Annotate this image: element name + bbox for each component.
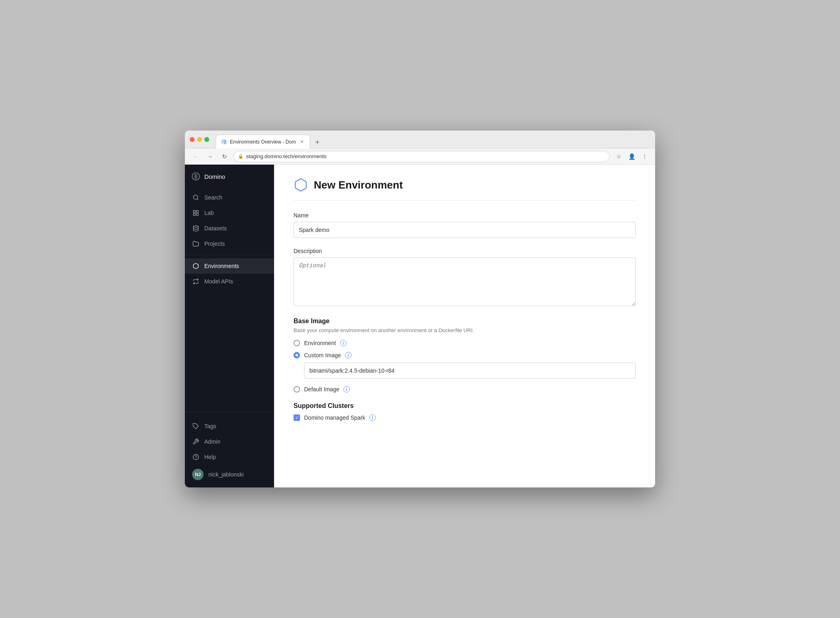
environment-info-icon[interactable]: i: [340, 340, 347, 346]
user-avatar: NJ: [192, 469, 204, 480]
svg-rect-5: [193, 213, 195, 215]
sidebar-username: nick_jablonski: [208, 471, 244, 478]
admin-icon: [192, 438, 199, 445]
page-title: New Environment: [314, 179, 403, 191]
name-label: Name: [294, 212, 636, 219]
radio-custom-image-label: Custom Image: [304, 352, 341, 358]
custom-image-info-icon[interactable]: i: [345, 352, 351, 358]
tags-icon: [192, 423, 199, 430]
browser-tab[interactable]: Environments Overview - Dom ✕: [216, 135, 310, 148]
radio-item-environment[interactable]: Environment i: [294, 340, 636, 346]
search-icon: [192, 194, 199, 201]
tab-favicon: [221, 139, 227, 145]
name-input[interactable]: [294, 222, 636, 238]
svg-point-7: [193, 225, 198, 227]
radio-group-base-image: Environment i Custom Image i: [294, 340, 636, 393]
traffic-lights: [190, 137, 209, 142]
radio-environment[interactable]: [294, 340, 300, 346]
sidebar-item-label: Help: [204, 454, 216, 460]
svg-line-2: [197, 199, 198, 200]
checkbox-domino-spark[interactable]: ✓: [294, 414, 300, 421]
sidebar-logo-text: Domino: [204, 173, 225, 180]
model-apis-icon: [192, 278, 199, 285]
sidebar-item-label: Tags: [204, 423, 216, 429]
default-image-info-icon[interactable]: i: [343, 386, 350, 393]
sidebar-item-lab[interactable]: Lab: [185, 205, 274, 221]
supported-clusters-title: Supported Clusters: [294, 402, 636, 410]
svg-rect-4: [196, 210, 198, 212]
minimize-window-button[interactable]: [197, 137, 202, 142]
close-window-button[interactable]: [190, 137, 195, 142]
svg-point-1: [193, 195, 198, 200]
radio-default-image[interactable]: [294, 386, 300, 393]
sidebar-item-help[interactable]: Help: [185, 449, 274, 465]
maximize-window-button[interactable]: [204, 137, 209, 142]
sidebar-item-datasets[interactable]: Datasets: [185, 221, 274, 236]
name-form-group: Name: [294, 212, 636, 238]
radio-item-custom-image[interactable]: Custom Image i: [294, 352, 636, 358]
user-profile-button[interactable]: 👤: [626, 151, 637, 162]
page-header: New Environment: [294, 178, 636, 201]
domino-logo-icon: [191, 172, 200, 181]
sidebar-nav: Search Lab: [185, 188, 274, 408]
sidebar-logo[interactable]: Domino: [185, 165, 274, 188]
projects-icon: [192, 240, 199, 247]
menu-button[interactable]: ⋮: [639, 151, 650, 162]
tab-close-button[interactable]: ✕: [299, 139, 305, 145]
sidebar-item-label: Environments: [204, 263, 239, 269]
description-label: Description: [294, 248, 636, 254]
sidebar-item-projects[interactable]: Projects: [185, 236, 274, 251]
custom-image-input[interactable]: [304, 363, 636, 379]
sidebar-bottom: Tags Admin: [185, 415, 274, 487]
page-content: New Environment Name Description Base Im…: [274, 165, 655, 487]
environments-icon: [192, 262, 199, 270]
sidebar-item-label: Lab: [204, 210, 214, 216]
datasets-icon: [192, 225, 199, 232]
address-bar[interactable]: 🔒 staging.domino.tech/environments: [234, 151, 610, 162]
checkmark-icon: ✓: [295, 416, 299, 420]
radio-custom-image[interactable]: [294, 352, 300, 358]
sidebar-item-model-apis[interactable]: Model APIs: [185, 274, 274, 289]
radio-default-image-label: Default Image: [304, 386, 339, 393]
custom-image-input-wrapper: [304, 363, 636, 379]
sidebar-divider: [185, 255, 274, 255]
sidebar-item-user[interactable]: NJ nick_jablonski: [185, 465, 274, 484]
description-form-group: Description: [294, 248, 636, 308]
sidebar-item-tags[interactable]: Tags: [185, 418, 274, 434]
sidebar-item-label: Projects: [204, 240, 225, 247]
tabs-area: Environments Overview - Dom ✕ +: [216, 131, 650, 148]
sidebar: Domino Search: [185, 165, 274, 487]
sidebar-item-environments[interactable]: Environments: [185, 258, 274, 274]
help-icon: [192, 453, 199, 461]
title-bar: Environments Overview - Dom ✕ +: [185, 131, 655, 148]
tab-title: Environments Overview - Dom: [230, 139, 296, 145]
supported-clusters-section: Supported Clusters ✓ Domino managed Spar…: [294, 402, 636, 421]
sidebar-divider-bottom: [185, 412, 274, 412]
svg-rect-3: [193, 210, 195, 212]
browser-window: Environments Overview - Dom ✕ + ← → ↻ 🔒 …: [185, 131, 655, 487]
domino-spark-info-icon[interactable]: i: [369, 414, 376, 421]
sidebar-item-search[interactable]: Search: [185, 190, 274, 205]
nav-actions: ☆ 👤 ⋮: [613, 151, 650, 162]
radio-environment-label: Environment: [304, 340, 336, 346]
security-icon: 🔒: [238, 154, 244, 159]
description-textarea[interactable]: [294, 258, 636, 306]
main-content: Domino Search: [185, 165, 655, 487]
back-button[interactable]: ←: [190, 151, 201, 162]
checkbox-item-domino-spark[interactable]: ✓ Domino managed Spark i: [294, 414, 636, 421]
sidebar-item-label: Search: [204, 194, 222, 201]
sidebar-item-admin[interactable]: Admin: [185, 434, 274, 449]
sidebar-item-label: Datasets: [204, 225, 227, 232]
base-image-title: Base Image: [294, 318, 636, 325]
url-text: staging.domino.tech/environments: [246, 153, 605, 159]
svg-rect-6: [196, 213, 198, 215]
bookmark-button[interactable]: ☆: [613, 151, 624, 162]
radio-item-default-image[interactable]: Default Image i: [294, 386, 636, 393]
sidebar-item-label: Model APIs: [204, 278, 233, 285]
custom-image-section: Custom Image i: [294, 352, 636, 380]
sidebar-item-label: Admin: [204, 438, 221, 445]
new-environment-icon: [294, 178, 308, 192]
new-tab-button[interactable]: +: [312, 137, 323, 148]
forward-button[interactable]: →: [204, 151, 216, 162]
reload-button[interactable]: ↻: [219, 151, 230, 162]
